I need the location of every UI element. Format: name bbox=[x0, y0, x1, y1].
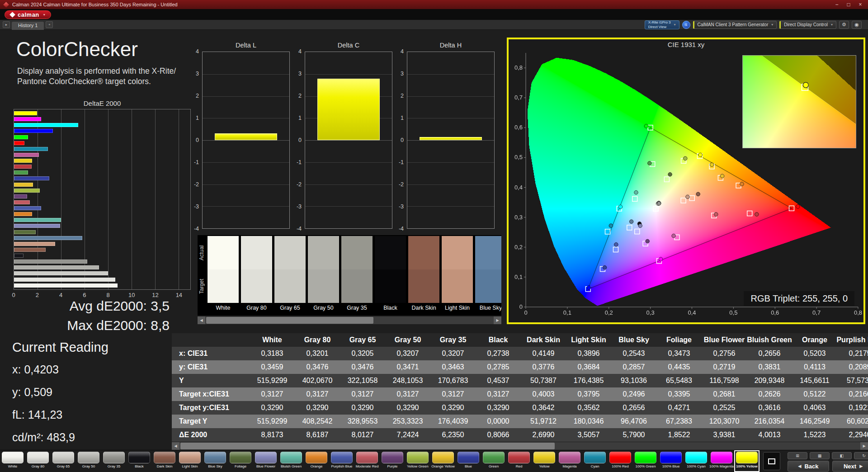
patch-button[interactable]: Magenta bbox=[557, 450, 582, 472]
patch-swatch bbox=[52, 452, 74, 463]
new-tab-icon[interactable]: + bbox=[46, 21, 53, 28]
patch-button[interactable]: 100% Red bbox=[608, 450, 633, 472]
axis-tick-label: 1 bbox=[401, 115, 404, 121]
deltae-bar-row bbox=[14, 230, 190, 234]
table-row-label: x: CIE31 bbox=[172, 347, 250, 360]
swatch-column: Gray 80 bbox=[241, 236, 272, 316]
patch-button[interactable]: Orange bbox=[304, 450, 329, 472]
gridline bbox=[203, 162, 289, 163]
pattern-patch-bar: WhiteGray 80Gray 65Gray 50Gray 35BlackDa… bbox=[0, 450, 868, 472]
patch-label: 100% Red bbox=[612, 464, 628, 468]
table-cell: 0,4537 bbox=[476, 374, 521, 387]
patch-button[interactable]: Blue Flower bbox=[253, 450, 278, 472]
chart-title: DeltaE 2000 bbox=[14, 99, 191, 107]
minimize-icon[interactable]: − bbox=[831, 1, 843, 8]
gear-icon[interactable]: ⚙ bbox=[839, 21, 849, 29]
pattern-option-window-icon[interactable]: ⊞ bbox=[788, 452, 807, 459]
swatch-actual bbox=[208, 236, 239, 269]
scroll-thumb[interactable] bbox=[206, 317, 373, 324]
next-button[interactable]: Next▶ bbox=[832, 461, 868, 472]
deltae-bar-row bbox=[14, 218, 190, 222]
maximize-icon[interactable]: □ bbox=[843, 1, 854, 8]
patch-button[interactable]: White bbox=[0, 450, 25, 472]
table-cell: 0,4435 bbox=[656, 360, 702, 374]
back-button[interactable]: ◀Back bbox=[788, 461, 829, 472]
calman-logo-text: calman bbox=[18, 11, 39, 18]
scroll-left-icon[interactable]: ◀ bbox=[172, 442, 179, 450]
meter-dropdown[interactable]: X-Rite i1Pro 3 Direct View ▾ bbox=[645, 20, 679, 29]
device-bar: X-Rite i1Pro 3 Direct View ▾ i1 CalMAN C… bbox=[645, 20, 865, 29]
patch-button[interactable]: Gray 50 bbox=[76, 450, 101, 472]
meter-device-icon: i1 bbox=[682, 21, 690, 29]
tab-scroll-icon[interactable]: ▸ bbox=[3, 21, 10, 28]
axis-tick-label: 1 bbox=[196, 115, 199, 121]
patch-button[interactable]: Blue Sky bbox=[203, 450, 228, 472]
table-cell: 0,2738 bbox=[476, 347, 521, 360]
patch-button[interactable]: 100% Cyan bbox=[684, 450, 709, 472]
pattern-generator-dropdown[interactable]: CalMAN Client 3 Pattern Generator ▾ bbox=[693, 21, 777, 29]
patch-button[interactable]: Gray 65 bbox=[51, 450, 76, 472]
scroll-right-icon[interactable]: ▶ bbox=[494, 316, 501, 324]
close-icon[interactable]: × bbox=[854, 1, 866, 8]
patch-button[interactable]: Cyan bbox=[582, 450, 608, 472]
deltae2000-chart: DeltaE 2000 02468101214 bbox=[14, 99, 191, 300]
delta-h-plot bbox=[407, 52, 495, 229]
table-cell: 0,4149 bbox=[521, 347, 566, 360]
cie-zoom-inset bbox=[742, 55, 856, 148]
menu-bar: calman ▾ bbox=[0, 9, 868, 20]
table-cell: 0,2857 bbox=[611, 360, 656, 374]
patch-button[interactable]: Gray 35 bbox=[101, 450, 127, 472]
patch-button[interactable]: Red bbox=[506, 450, 532, 472]
patch-button[interactable]: 100% Green bbox=[633, 450, 658, 472]
deltae-bar bbox=[14, 159, 32, 163]
patch-button[interactable]: Purplish Blue bbox=[329, 450, 354, 472]
delta-l-plot bbox=[202, 52, 290, 229]
gridline bbox=[305, 140, 392, 141]
patch-button[interactable]: Bluish Green bbox=[278, 450, 304, 472]
patch-button[interactable]: Orange Yellow bbox=[430, 450, 456, 472]
gridline bbox=[305, 162, 392, 163]
scroll-thumb[interactable] bbox=[180, 443, 555, 449]
patch-button[interactable]: Gray 80 bbox=[25, 450, 51, 472]
pattern-option-half-icon[interactable]: ◧ bbox=[832, 452, 852, 459]
pattern-option-grid-icon[interactable]: ▦ bbox=[810, 452, 830, 459]
patch-button[interactable]: 100% Yellow bbox=[734, 450, 760, 472]
patch-button[interactable]: 100% Magenta bbox=[709, 450, 734, 472]
patch-button[interactable]: Foliage bbox=[228, 450, 253, 472]
table-cell: 0,3127 bbox=[476, 387, 521, 401]
axis-tick-label: 0 bbox=[12, 292, 15, 298]
deltae-bar-row bbox=[14, 260, 190, 264]
patch-button[interactable]: Dark Skin bbox=[152, 450, 177, 472]
table-cell: 0,3290 bbox=[385, 401, 430, 415]
tab-history-1[interactable]: History 1 bbox=[12, 22, 44, 30]
patch-label: Dark Skin bbox=[157, 464, 173, 468]
scroll-right-icon[interactable]: ▶ bbox=[860, 442, 868, 450]
patch-label: Yellow Green bbox=[407, 464, 428, 468]
power-icon[interactable]: ◉ bbox=[852, 21, 862, 29]
delta-bar bbox=[317, 79, 380, 141]
pattern-option-refresh-icon[interactable]: ↻ bbox=[854, 452, 868, 459]
patch-button[interactable]: 100% Blue bbox=[658, 450, 684, 472]
swatch-scrollbar: ◀ ▶ bbox=[198, 316, 501, 324]
patch-button[interactable]: Yellow Green bbox=[405, 450, 430, 472]
axis-tick-label: -4 bbox=[399, 226, 404, 232]
pattern-window-button[interactable] bbox=[763, 452, 780, 470]
patch-button[interactable]: Moderate Red bbox=[354, 450, 380, 472]
patch-button[interactable]: Blue bbox=[456, 450, 481, 472]
patch-swatch bbox=[154, 452, 175, 463]
display-control-dropdown[interactable]: Direct Display Control ▾ bbox=[779, 21, 836, 29]
scroll-left-icon[interactable]: ◀ bbox=[198, 316, 205, 324]
patch-button[interactable]: Light Skin bbox=[177, 450, 203, 472]
table-row: x: CIE310,31830,32010,32050,32070,32070,… bbox=[172, 347, 868, 360]
patch-button[interactable]: Yellow bbox=[532, 450, 557, 472]
calman-menu-button[interactable]: calman ▾ bbox=[5, 10, 51, 19]
axis-tick-label: -2 bbox=[399, 181, 404, 188]
table-cell: 0,3471 bbox=[385, 360, 430, 374]
patch-button[interactable]: Green bbox=[481, 450, 506, 472]
patch-button[interactable]: Black bbox=[127, 450, 152, 472]
table-cell: 0,3896 bbox=[566, 347, 611, 360]
table-cell: 1,5223 bbox=[792, 428, 837, 442]
deltae-bar bbox=[14, 242, 55, 246]
gridline bbox=[407, 96, 494, 97]
patch-button[interactable]: Purple bbox=[380, 450, 405, 472]
